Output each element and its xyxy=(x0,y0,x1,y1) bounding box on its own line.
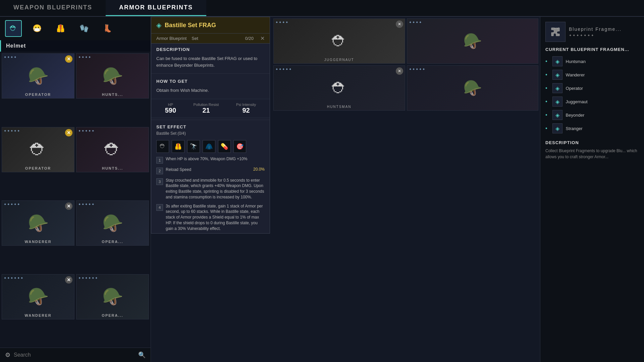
set-icon-chest: 🦺 xyxy=(172,140,184,153)
list-item[interactable]: ✦✦✦✦✦ 🪖 OPERA... xyxy=(76,200,149,246)
effect-value-2: 20.0% xyxy=(253,167,265,172)
search-input[interactable] xyxy=(14,352,135,358)
stat-pollution: Pollution Resist 21 xyxy=(194,103,219,114)
list-item[interactable]: ✦✦✦✦✦ ✕ ⛑ HUNTSMAN xyxy=(273,65,405,111)
cat-chest[interactable]: 🦺 xyxy=(52,20,69,37)
stars: ✦✦✦✦ xyxy=(78,55,91,59)
list-item[interactable]: ✦✦✦✦✦ ⛑ HUNTS... xyxy=(76,127,149,172)
effect-num-2: 2 xyxy=(156,168,163,174)
list-item[interactable]: ✦✦✦✦✦ 🪖 xyxy=(407,65,539,111)
stars: ✦✦✦✦✦ xyxy=(4,202,20,206)
popup-category: Set xyxy=(192,36,198,41)
list-item[interactable]: ✦✦✦✦ ✕ ⛑ JUGGERNAUT xyxy=(273,18,405,64)
bp-item-icon-stranger: ◈ xyxy=(552,123,562,133)
set-icons: ⛑ 🦺 🔭 🧥 💊 🎯 xyxy=(151,138,270,155)
stars: ✦✦✦✦ xyxy=(275,20,288,24)
remove-button[interactable]: ✕ xyxy=(65,276,72,284)
bp-item-icon-operator: ◈ xyxy=(552,83,562,93)
item-label: WANDERER xyxy=(2,313,74,317)
effect-item-1: 1 When HP is above 70%, Weapon DMG +10% xyxy=(151,155,270,165)
stat-psi-value: 92 xyxy=(236,107,256,114)
category-icons: ⛑ 😷 🦺 🧤 👢 xyxy=(0,17,151,40)
list-item[interactable]: ✦✦✦✦✦ ✕ ⛑ OPERATOR xyxy=(2,127,74,172)
remove-button[interactable]: ✕ xyxy=(396,67,403,75)
cat-legs[interactable]: 👢 xyxy=(99,20,116,37)
main-content: ⛑ 😷 🦺 🧤 👢 Helmet ✦✦✦✦ ✕ 🪖 OPERATOR ✦✦✦ xyxy=(0,17,644,362)
bp-fragment-title-area: Blueprint Fragme... ✦✦✦ ✦✦✦ ✦ xyxy=(569,26,622,37)
list-item[interactable]: ✦✦✦✦✦✦ 🪖 OPERA... xyxy=(76,274,149,319)
remove-button[interactable]: ✕ xyxy=(396,20,403,28)
item-label: WANDERER xyxy=(2,240,74,244)
item-image: 🪖 xyxy=(407,19,538,63)
popup-how-text: Obtain from Wish Machine. xyxy=(151,85,270,97)
bp-bullet: • xyxy=(545,72,547,78)
popup-description: Can be fused to create Bastille Set FRAG… xyxy=(151,54,270,72)
popup-title: Bastille Set FRAG xyxy=(165,22,265,29)
popup-header: ◈ Bastille Set FRAG xyxy=(151,17,270,34)
list-item[interactable]: ✦✦✦✦ 🪖 xyxy=(407,18,539,64)
bp-item-wanderer: • ◈ Wanderer xyxy=(545,68,639,81)
item-image: ⛑ xyxy=(76,127,149,172)
bp-item-icon-huntsman: ◈ xyxy=(552,56,562,66)
set-effect-title: SET EFFECT xyxy=(151,122,270,130)
bp-bullet: • xyxy=(545,112,547,118)
item-image: 🪖 xyxy=(2,201,74,245)
list-item[interactable]: ✦✦✦✦ ✕ 🪖 OPERATOR xyxy=(2,53,74,99)
item-label: JUGGERNAUT xyxy=(274,58,405,62)
remove-button[interactable]: ✕ xyxy=(65,129,72,136)
item-label: OPERA... xyxy=(76,240,149,244)
bp-section-title: CURRENT BLUEPRINT FRAGMEN... xyxy=(545,47,639,52)
cat-helmet[interactable]: ⛑ xyxy=(5,20,22,37)
stars: ✦✦✦✦✦✦ xyxy=(78,276,98,280)
effect-row-2: Reload Speed 20.0% xyxy=(166,167,265,173)
stat-pollution-label: Pollution Resist xyxy=(194,103,219,107)
cat-face[interactable]: 😷 xyxy=(29,20,45,37)
divider2 xyxy=(151,120,270,120)
item-label: HUNTS... xyxy=(76,93,149,97)
item-label: HUNTS... xyxy=(76,166,149,170)
bp-item-label-beyonder: Beyonder xyxy=(566,113,585,118)
bp-fragment-icon xyxy=(545,22,566,42)
item-image: 🪖 xyxy=(2,54,74,98)
popup-how-title: HOW TO GET xyxy=(151,75,270,85)
popup-card: ◈ Bastille Set FRAG Armor Blueprint Set … xyxy=(151,17,270,234)
popup-close-button[interactable]: ✕ xyxy=(260,35,265,42)
remove-button[interactable]: ✕ xyxy=(65,202,72,210)
item-image: 🪖 xyxy=(76,201,149,245)
effect-text-4: 3s after exiting Bastille state, gain 1 … xyxy=(166,203,265,232)
list-item[interactable]: ✦✦✦✦✦✦ ✕ 🪖 WANDERER xyxy=(2,274,74,319)
stars: ✦✦✦✦✦ xyxy=(78,202,94,206)
set-icon-meds: 💊 xyxy=(218,140,231,153)
bp-item-label-operator: Operator xyxy=(566,86,583,91)
search-icon[interactable]: 🔍 xyxy=(138,351,146,359)
tab-armor-blueprints[interactable]: ARMOR BLUEPRINTS xyxy=(106,0,206,16)
item-image: ⛑ xyxy=(274,19,405,63)
set-icon-jacket: 🧥 xyxy=(203,140,215,153)
bp-item-icon-wanderer: ◈ xyxy=(552,70,562,80)
item-image: ⛑ xyxy=(2,127,74,172)
stat-psi-label: Psi Intensity xyxy=(236,103,256,107)
filter-icon[interactable]: ⚙ xyxy=(5,351,10,359)
stat-pollution-value: 21 xyxy=(194,107,219,114)
list-item[interactable]: ✦✦✦✦✦ ✕ 🪖 WANDERER xyxy=(2,200,74,246)
remove-button[interactable]: ✕ xyxy=(65,55,72,63)
items-grid: ✦✦✦✦ ✕ 🪖 OPERATOR ✦✦✦✦ 🪖 HUNTS... ✦✦✦✦✦ … xyxy=(0,52,151,348)
bp-item-label-juggernaut: Juggernaut xyxy=(566,99,588,104)
item-label: OPERA... xyxy=(76,313,149,317)
bp-fragment-header: Blueprint Fragme... ✦✦✦ ✦✦✦ ✦ xyxy=(545,22,639,42)
effect-item-2: 2 Reload Speed 20.0% xyxy=(151,165,270,176)
tab-weapon-blueprints[interactable]: WEAPON BLUEPRINTS xyxy=(0,0,106,16)
stat-hp-label: HP xyxy=(165,103,176,107)
stars: ✦✦✦✦ xyxy=(4,55,16,59)
bp-item-label-stranger: Stranger xyxy=(566,126,583,131)
popup-type: Armor Blueprint xyxy=(156,36,186,41)
stars: ✦✦✦✦ xyxy=(409,20,422,24)
list-item[interactable]: ✦✦✦✦ 🪖 HUNTS... xyxy=(76,53,149,99)
set-name: Bastille Set (0/4) xyxy=(151,130,270,138)
effect-item-4: 4 3s after exiting Bastille state, gain … xyxy=(151,202,270,233)
popup-count: 0/20 xyxy=(245,36,254,41)
top-tabs: WEAPON BLUEPRINTS ARMOR BLUEPRINTS xyxy=(0,0,644,17)
stars: ✦✦✦✦✦✦ xyxy=(4,276,23,280)
cat-arms[interactable]: 🧤 xyxy=(75,20,92,37)
effect-text-1: When HP is above 70%, Weapon DMG +10% xyxy=(166,156,265,162)
